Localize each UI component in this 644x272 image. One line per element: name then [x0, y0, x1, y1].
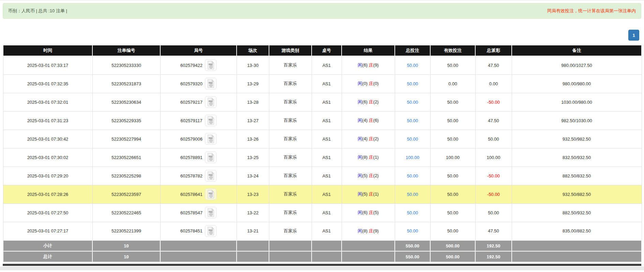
payout-value: 100.00 — [487, 155, 500, 160]
total-bet-link[interactable]: 50.00 — [407, 228, 418, 233]
valid-bet-cell: 50.00 — [430, 56, 475, 74]
result-cell: 闲(5) 庄(1) — [342, 185, 395, 203]
player-label: 闲 — [358, 118, 362, 123]
table-row[interactable]: 2025-03-01 07:29:20522305225298602578782… — [3, 167, 642, 185]
table-row[interactable]: 2025-03-01 07:33:17522305233330602579422… — [3, 56, 642, 74]
remark-cell: 980.00/980.00 — [512, 74, 642, 93]
video-replay-button[interactable] — [205, 207, 216, 218]
payout-cell: 47.50 — [475, 222, 512, 240]
table-row[interactable]: 2025-03-01 07:31:23522305229335602579117… — [3, 111, 642, 130]
total-bet-link[interactable]: 50.00 — [407, 173, 418, 178]
bet-id-cell: 522305225298 — [92, 167, 160, 185]
banker-label: 庄 — [369, 228, 373, 233]
video-replay-button[interactable] — [205, 78, 216, 89]
time-cell: 2025-03-01 07:30:02 — [3, 148, 92, 167]
result-cell: 闲(5) 庄(2) — [342, 167, 395, 185]
total-bet-cell: 50.00 — [395, 56, 430, 74]
payout-value: -50.00 — [487, 100, 500, 105]
banker-label: 庄 — [369, 81, 373, 86]
time-cell: 2025-03-01 07:32:01 — [3, 93, 92, 111]
round-id: 602579422 — [180, 63, 203, 68]
total-row-cell-2 — [160, 251, 237, 262]
result-cell: 闲(8) 庄(1) — [342, 148, 395, 167]
video-replay-button[interactable] — [205, 96, 216, 108]
total-row-cell-1: 10 — [92, 251, 160, 262]
round-id-cell: 602578782 — [160, 167, 237, 185]
banker-score: (5) — [373, 210, 379, 215]
payout-cell: 0.00 — [475, 74, 512, 93]
table-row[interactable]: 2025-03-01 07:32:01522305230634602579217… — [3, 93, 642, 111]
column-header-7: 总投注 — [395, 45, 430, 56]
remark-cell: 982.50/1030.00 — [512, 111, 642, 130]
subtotal-row-cell-10 — [512, 240, 642, 251]
table-row[interactable]: 2025-03-01 07:27:50522305222465602578547… — [3, 203, 642, 222]
page-button-1[interactable]: 1 — [628, 30, 639, 41]
table-no-cell: AS1 — [312, 167, 342, 185]
result-cell: 闲(8) 庄(9) — [342, 222, 395, 240]
valid-bet-cell: 50.00 — [430, 203, 475, 222]
column-header-4: 游戏类别 — [269, 45, 312, 56]
total-bet-link[interactable]: 50.00 — [407, 192, 418, 197]
video-replay-button[interactable] — [205, 170, 216, 182]
session-cell: 13-25 — [237, 148, 269, 167]
total-bet-link[interactable]: 50.00 — [407, 118, 418, 123]
bet-id-cell: 522305231873 — [92, 74, 160, 93]
video-replay-button[interactable] — [205, 133, 216, 145]
player-score: (4) — [362, 136, 368, 141]
table-row[interactable]: 2025-03-01 07:27:17522305221399602578451… — [3, 222, 642, 240]
video-file-icon — [207, 116, 214, 125]
session-cell: 13-23 — [237, 185, 269, 203]
total-bet-link[interactable]: 50.00 — [407, 137, 418, 142]
column-header-0: 时间 — [3, 45, 92, 56]
payout-value: 47.50 — [488, 63, 499, 68]
game-type-cell: 百家乐 — [269, 111, 312, 130]
table-header: 时间注单编号局号场次游戏类别桌号结果总投注有效投注总派彩备注 — [3, 45, 642, 56]
bet-records-table: 时间注单编号局号场次游戏类别桌号结果总投注有效投注总派彩备注 2025-03-0… — [3, 45, 642, 262]
subtotal-row-cell-2 — [160, 240, 237, 251]
total-row: 总计10550.00500.00192.50 — [3, 251, 642, 262]
table-row[interactable]: 2025-03-01 07:28:26522305223597602578641… — [3, 185, 642, 203]
round-id-cell: 602578641 — [160, 185, 237, 203]
table-row[interactable]: 2025-03-01 07:32:35522305231873602579320… — [3, 74, 642, 93]
time-cell: 2025-03-01 07:32:35 — [3, 74, 92, 93]
session-cell: 13-30 — [237, 56, 269, 74]
total-bet-link[interactable]: 50.00 — [407, 63, 418, 68]
video-file-icon — [207, 79, 214, 88]
subtotal-row-cell-1: 10 — [92, 240, 160, 251]
total-bet-link[interactable]: 100.00 — [406, 155, 419, 160]
video-replay-button[interactable] — [205, 152, 216, 163]
bet-id-cell: 522305221399 — [92, 222, 160, 240]
payout-cell: 47.50 — [475, 111, 512, 130]
valid-bet-cell: 0.00 — [430, 74, 475, 93]
game-type-cell: 百家乐 — [269, 222, 312, 240]
game-type-cell: 百家乐 — [269, 56, 312, 74]
total-bet-cell: 50.00 — [395, 185, 430, 203]
round-id: 602578891 — [180, 155, 203, 160]
round-id-cell: 602578891 — [160, 148, 237, 167]
table-row[interactable]: 2025-03-01 07:30:02522305226651602578891… — [3, 148, 642, 167]
payout-cell: -50.00 — [475, 185, 512, 203]
subtotal-row-cell-3 — [237, 240, 269, 251]
video-replay-button[interactable] — [205, 115, 216, 126]
payout-value: 50.00 — [488, 210, 499, 215]
video-replay-button[interactable] — [205, 59, 216, 71]
round-id: 602579320 — [180, 81, 203, 86]
table-row[interactable]: 2025-03-01 07:30:42522305227994602579006… — [3, 130, 642, 148]
video-replay-button[interactable] — [205, 225, 216, 237]
summary-bar: 币别：人民币 | 总共 :10 注单 | 同局有效投注，统一计算在该局第一张注单… — [3, 3, 641, 19]
total-bet-cell: 50.00 — [395, 111, 430, 130]
banker-label: 庄 — [369, 210, 373, 215]
table-bottom-border — [3, 264, 641, 266]
total-bet-cell: 50.00 — [395, 130, 430, 148]
total-bet-link[interactable]: 50.00 — [407, 100, 418, 105]
valid-bet-note: 同局有效投注，统一计算在该局第一张注单内 — [547, 8, 636, 14]
payout-value: 47.50 — [488, 118, 499, 123]
total-bet-link[interactable]: 50.00 — [407, 81, 418, 86]
round-id-cell: 602579117 — [160, 111, 237, 130]
payout-cell: -50.00 — [475, 167, 512, 185]
remark-cell: 882.50/932.50 — [512, 203, 642, 222]
bottom-scrollbar-track[interactable] — [0, 267, 644, 270]
video-replay-button[interactable] — [205, 188, 216, 200]
total-bet-link[interactable]: 50.00 — [407, 210, 418, 215]
banker-score: (0) — [373, 81, 379, 86]
